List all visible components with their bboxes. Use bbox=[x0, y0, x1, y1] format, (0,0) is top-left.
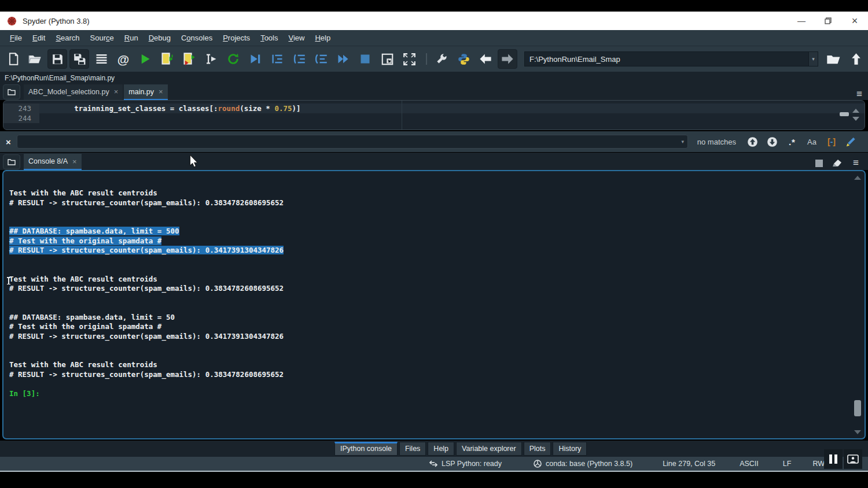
run-cell-button[interactable] bbox=[157, 49, 177, 69]
debug-icon bbox=[249, 53, 261, 65]
ipython-console-pane[interactable]: Test with the ABC result centroids# RESU… bbox=[2, 170, 866, 439]
find-history-dropdown[interactable]: ▾ bbox=[678, 139, 688, 145]
menu-item[interactable]: Tools bbox=[255, 31, 283, 45]
preferences-button[interactable] bbox=[432, 49, 451, 69]
restore-icon bbox=[825, 17, 832, 24]
console-line: # RESULT -> structures_counter(spam_emai… bbox=[9, 332, 847, 342]
menu-item[interactable]: Run bbox=[119, 31, 144, 45]
editor-tab-bar: ABC_Model_selection.py × main.py × ≡ bbox=[0, 84, 868, 100]
outline-explorer-button[interactable] bbox=[91, 49, 111, 69]
stop-button[interactable] bbox=[355, 49, 375, 69]
editor-scroll-up-icon[interactable] bbox=[852, 109, 859, 113]
pane-tab[interactable]: IPython console bbox=[334, 442, 398, 456]
interpreter-status: conda: base (Python 3.8.5) bbox=[534, 460, 632, 468]
console-scroll-down-icon[interactable] bbox=[854, 430, 861, 434]
tab-close-icon[interactable]: × bbox=[72, 157, 77, 166]
pane-tab[interactable]: History bbox=[553, 442, 587, 456]
pane-tab[interactable]: Help bbox=[428, 442, 454, 456]
console-line bbox=[9, 379, 847, 389]
debug-button[interactable] bbox=[245, 49, 265, 69]
stop-icon bbox=[359, 53, 371, 65]
run-selection-button[interactable] bbox=[201, 49, 221, 69]
regex-toggle[interactable]: .* bbox=[784, 134, 801, 150]
find-next-button[interactable] bbox=[764, 134, 781, 150]
pane-tab[interactable]: Variable explorer bbox=[456, 442, 522, 456]
console-scroll-up-icon[interactable] bbox=[854, 176, 861, 180]
console-line bbox=[9, 256, 847, 265]
replace-toggle-button[interactable] bbox=[843, 134, 860, 150]
forward-button[interactable] bbox=[498, 49, 517, 69]
working-directory-dropdown[interactable]: ▾ bbox=[809, 51, 818, 66]
menu-item[interactable]: Edit bbox=[27, 31, 50, 45]
editor-options-menu-icon[interactable]: ≡ bbox=[856, 88, 868, 100]
forward-arrow-icon bbox=[501, 53, 514, 65]
pythonpath-manager-button[interactable] bbox=[454, 49, 473, 69]
whole-word-toggle[interactable]: [-] bbox=[823, 134, 840, 150]
maximize-pane-button[interactable] bbox=[377, 49, 397, 69]
remove-variables-button[interactable] bbox=[830, 156, 845, 170]
console-line bbox=[9, 303, 847, 313]
status-bar: LSP Python: ready conda: base (Python 3.… bbox=[0, 457, 868, 472]
new-file-button[interactable] bbox=[3, 49, 23, 69]
overlay-pause-button[interactable] bbox=[824, 449, 843, 469]
editor-browse-tabs-button[interactable] bbox=[3, 84, 20, 99]
editor-scroll-down-icon[interactable] bbox=[852, 117, 859, 121]
menu-item[interactable]: View bbox=[283, 31, 310, 45]
rerun-cell-button[interactable] bbox=[223, 49, 243, 69]
menu-item[interactable]: Projects bbox=[218, 31, 255, 45]
open-file-button[interactable] bbox=[25, 49, 45, 69]
console-browse-tabs-button[interactable] bbox=[3, 154, 20, 169]
console-tab[interactable]: Console 8/A × bbox=[24, 154, 82, 170]
menu-item[interactable]: Source bbox=[85, 31, 119, 45]
run-cell-advance-button[interactable] bbox=[179, 49, 199, 69]
menu-item[interactable]: Help bbox=[310, 31, 336, 45]
back-button[interactable] bbox=[476, 49, 495, 69]
menu-item[interactable]: Consoles bbox=[176, 31, 218, 45]
step-into-button[interactable] bbox=[289, 49, 309, 69]
step-over-button[interactable] bbox=[267, 49, 287, 69]
browse-working-directory-button[interactable] bbox=[824, 49, 844, 69]
find-symbols-button[interactable]: @ bbox=[113, 49, 133, 69]
cursor-position-status: Line 279, Col 35 bbox=[663, 460, 715, 468]
tab-close-icon[interactable]: × bbox=[159, 87, 163, 96]
console-tab-bar: Console 8/A × ≡ bbox=[0, 153, 868, 170]
menu-item[interactable]: File bbox=[5, 31, 27, 45]
console-line: # RESULT -> structures_counter(spam_emai… bbox=[9, 284, 847, 294]
editor-pane[interactable]: 243 trainning_set_classes = classes[:rou… bbox=[3, 100, 865, 130]
pane-tab[interactable]: Plots bbox=[524, 442, 551, 456]
editor-tab[interactable]: ABC_Model_selection.py × bbox=[24, 84, 123, 100]
find-input[interactable] bbox=[17, 135, 688, 149]
working-directory-input[interactable] bbox=[524, 51, 809, 66]
console-scrollbar-handle[interactable] bbox=[854, 400, 861, 416]
editor-scrollbar-handle[interactable] bbox=[840, 112, 849, 116]
back-arrow-icon bbox=[479, 53, 492, 65]
menu-item[interactable]: Search bbox=[50, 31, 84, 45]
save-all-button[interactable] bbox=[69, 49, 89, 69]
console-options-menu-icon[interactable]: ≡ bbox=[848, 156, 863, 170]
close-button[interactable]: × bbox=[841, 12, 868, 30]
console-line: Test with the ABC result centroids bbox=[9, 275, 847, 284]
up-arrow-icon bbox=[850, 53, 862, 65]
case-sensitive-toggle[interactable]: Aa bbox=[803, 134, 821, 150]
restore-button[interactable] bbox=[815, 12, 841, 30]
fullscreen-button[interactable] bbox=[399, 49, 419, 69]
go-up-button[interactable] bbox=[846, 49, 866, 69]
editor-tab[interactable]: main.py × bbox=[124, 84, 167, 100]
overlay-webcam-button[interactable] bbox=[844, 449, 862, 469]
find-close-icon[interactable]: × bbox=[0, 137, 17, 147]
save-all-icon bbox=[73, 53, 86, 65]
minimize-button[interactable]: — bbox=[788, 12, 815, 30]
pane-tab[interactable]: Files bbox=[399, 442, 426, 456]
console-line bbox=[9, 351, 847, 361]
menu-item[interactable]: Debug bbox=[144, 31, 176, 45]
interrupt-kernel-button[interactable] bbox=[811, 156, 826, 170]
continue-button[interactable] bbox=[333, 49, 353, 69]
step-return-button[interactable] bbox=[311, 49, 331, 69]
save-button[interactable] bbox=[47, 49, 67, 69]
pane-tab-bar: IPython consoleFilesHelpVariable explore… bbox=[0, 441, 868, 457]
open-folder-icon bbox=[28, 53, 42, 65]
run-button[interactable] bbox=[135, 49, 155, 69]
lsp-status: LSP Python: ready bbox=[429, 460, 502, 468]
find-previous-button[interactable] bbox=[744, 134, 762, 150]
tab-close-icon[interactable]: × bbox=[114, 87, 119, 96]
